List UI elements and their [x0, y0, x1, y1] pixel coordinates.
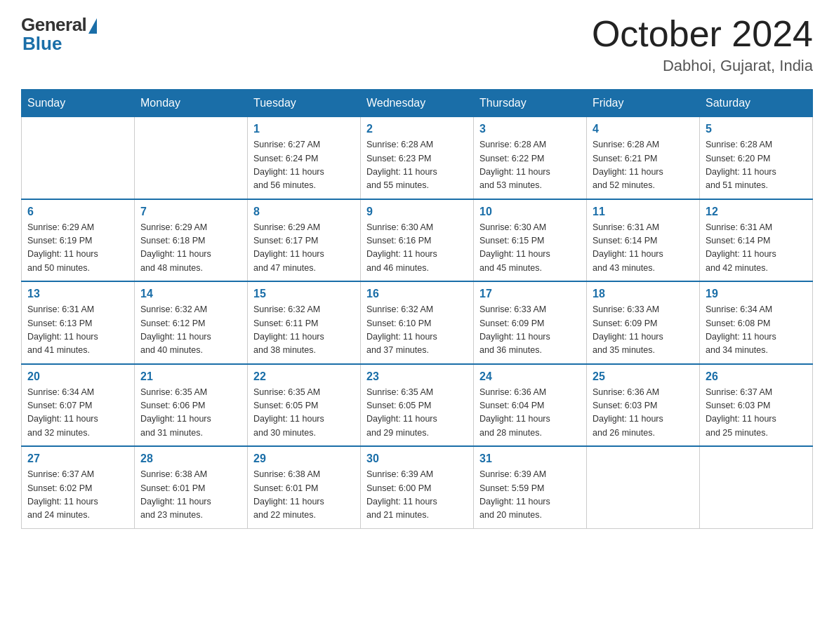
day-info: Sunrise: 6:32 AMSunset: 6:12 PMDaylight:…	[140, 303, 241, 358]
calendar-header-tuesday: Tuesday	[248, 90, 361, 117]
day-info: Sunrise: 6:28 AMSunset: 6:22 PMDaylight:…	[479, 138, 581, 193]
page-header: General Blue October 2024 Dabhoi, Gujara…	[21, 14, 813, 75]
calendar-cell: 5Sunrise: 6:28 AMSunset: 6:20 PMDaylight…	[700, 117, 813, 199]
calendar-header-saturday: Saturday	[700, 90, 813, 117]
calendar-header-thursday: Thursday	[474, 90, 587, 117]
day-number: 2	[366, 123, 468, 135]
calendar-cell: 9Sunrise: 6:30 AMSunset: 6:16 PMDaylight…	[361, 199, 474, 282]
calendar-cell: 4Sunrise: 6:28 AMSunset: 6:21 PMDaylight…	[587, 117, 700, 199]
calendar-cell: 29Sunrise: 6:38 AMSunset: 6:01 PMDayligh…	[248, 446, 361, 528]
day-number: 5	[706, 123, 807, 135]
day-info: Sunrise: 6:35 AMSunset: 6:05 PMDaylight:…	[253, 386, 355, 441]
calendar-cell: 28Sunrise: 6:38 AMSunset: 6:01 PMDayligh…	[135, 446, 248, 528]
day-info: Sunrise: 6:35 AMSunset: 6:05 PMDaylight:…	[366, 386, 468, 441]
day-info: Sunrise: 6:34 AMSunset: 6:08 PMDaylight:…	[706, 303, 807, 358]
day-number: 24	[479, 370, 581, 383]
day-info: Sunrise: 6:28 AMSunset: 6:20 PMDaylight:…	[706, 138, 807, 193]
day-number: 16	[366, 288, 468, 300]
calendar-cell: 6Sunrise: 6:29 AMSunset: 6:19 PMDaylight…	[22, 199, 135, 282]
logo: General Blue	[21, 14, 97, 55]
day-number: 3	[479, 123, 581, 135]
calendar-cell: 31Sunrise: 6:39 AMSunset: 5:59 PMDayligh…	[474, 446, 587, 528]
calendar-header-monday: Monday	[135, 90, 248, 117]
logo-blue-text: Blue	[22, 33, 62, 55]
day-number: 4	[593, 123, 694, 135]
day-number: 20	[27, 370, 128, 383]
day-info: Sunrise: 6:29 AMSunset: 6:19 PMDaylight:…	[27, 221, 128, 276]
day-number: 22	[253, 370, 355, 383]
day-info: Sunrise: 6:38 AMSunset: 6:01 PMDaylight:…	[140, 468, 241, 523]
calendar-cell: 10Sunrise: 6:30 AMSunset: 6:15 PMDayligh…	[474, 199, 587, 282]
day-number: 9	[366, 206, 468, 218]
calendar-cell: 21Sunrise: 6:35 AMSunset: 6:06 PMDayligh…	[135, 364, 248, 447]
calendar-table: SundayMondayTuesdayWednesdayThursdayFrid…	[21, 89, 813, 529]
calendar-week-row: 27Sunrise: 6:37 AMSunset: 6:02 PMDayligh…	[22, 446, 813, 528]
calendar-week-row: 20Sunrise: 6:34 AMSunset: 6:07 PMDayligh…	[22, 364, 813, 447]
day-info: Sunrise: 6:34 AMSunset: 6:07 PMDaylight:…	[27, 386, 128, 441]
day-info: Sunrise: 6:28 AMSunset: 6:23 PMDaylight:…	[366, 138, 468, 193]
day-info: Sunrise: 6:37 AMSunset: 6:03 PMDaylight:…	[706, 386, 807, 441]
calendar-week-row: 6Sunrise: 6:29 AMSunset: 6:19 PMDaylight…	[22, 199, 813, 282]
day-number: 23	[366, 370, 468, 383]
day-number: 28	[140, 452, 241, 465]
calendar-cell: 15Sunrise: 6:32 AMSunset: 6:11 PMDayligh…	[248, 281, 361, 364]
day-number: 10	[479, 206, 581, 218]
calendar-cell: 18Sunrise: 6:33 AMSunset: 6:09 PMDayligh…	[587, 281, 700, 364]
calendar-cell: 13Sunrise: 6:31 AMSunset: 6:13 PMDayligh…	[22, 281, 135, 364]
calendar-cell	[587, 446, 700, 528]
day-number: 21	[140, 370, 241, 383]
calendar-cell: 3Sunrise: 6:28 AMSunset: 6:22 PMDaylight…	[474, 117, 587, 199]
calendar-cell: 11Sunrise: 6:31 AMSunset: 6:14 PMDayligh…	[587, 199, 700, 282]
calendar-cell: 30Sunrise: 6:39 AMSunset: 6:00 PMDayligh…	[361, 446, 474, 528]
day-number: 6	[27, 206, 128, 218]
calendar-cell: 24Sunrise: 6:36 AMSunset: 6:04 PMDayligh…	[474, 364, 587, 447]
calendar-cell: 8Sunrise: 6:29 AMSunset: 6:17 PMDaylight…	[248, 199, 361, 282]
day-number: 19	[706, 288, 807, 300]
day-number: 1	[253, 123, 355, 135]
calendar-cell: 25Sunrise: 6:36 AMSunset: 6:03 PMDayligh…	[587, 364, 700, 447]
calendar-cell: 26Sunrise: 6:37 AMSunset: 6:03 PMDayligh…	[700, 364, 813, 447]
calendar-cell	[700, 446, 813, 528]
calendar-cell: 23Sunrise: 6:35 AMSunset: 6:05 PMDayligh…	[361, 364, 474, 447]
day-info: Sunrise: 6:39 AMSunset: 6:00 PMDaylight:…	[366, 468, 468, 523]
day-info: Sunrise: 6:33 AMSunset: 6:09 PMDaylight:…	[593, 303, 694, 358]
day-number: 15	[253, 288, 355, 300]
calendar-week-row: 1Sunrise: 6:27 AMSunset: 6:24 PMDaylight…	[22, 117, 813, 199]
day-info: Sunrise: 6:37 AMSunset: 6:02 PMDaylight:…	[27, 468, 128, 523]
day-info: Sunrise: 6:31 AMSunset: 6:14 PMDaylight:…	[593, 221, 694, 276]
calendar-cell: 17Sunrise: 6:33 AMSunset: 6:09 PMDayligh…	[474, 281, 587, 364]
calendar-cell: 7Sunrise: 6:29 AMSunset: 6:18 PMDaylight…	[135, 199, 248, 282]
day-number: 7	[140, 206, 241, 218]
day-info: Sunrise: 6:30 AMSunset: 6:16 PMDaylight:…	[366, 221, 468, 276]
day-number: 25	[593, 370, 694, 383]
calendar-cell: 27Sunrise: 6:37 AMSunset: 6:02 PMDayligh…	[22, 446, 135, 528]
day-number: 30	[366, 452, 468, 465]
calendar-cell: 2Sunrise: 6:28 AMSunset: 6:23 PMDaylight…	[361, 117, 474, 199]
calendar-cell: 20Sunrise: 6:34 AMSunset: 6:07 PMDayligh…	[22, 364, 135, 447]
day-info: Sunrise: 6:29 AMSunset: 6:17 PMDaylight:…	[253, 221, 355, 276]
calendar-cell: 22Sunrise: 6:35 AMSunset: 6:05 PMDayligh…	[248, 364, 361, 447]
calendar-week-row: 13Sunrise: 6:31 AMSunset: 6:13 PMDayligh…	[22, 281, 813, 364]
month-title: October 2024	[592, 14, 813, 54]
calendar-header-sunday: Sunday	[22, 90, 135, 117]
day-info: Sunrise: 6:27 AMSunset: 6:24 PMDaylight:…	[253, 138, 355, 193]
day-number: 26	[706, 370, 807, 383]
day-info: Sunrise: 6:33 AMSunset: 6:09 PMDaylight:…	[479, 303, 581, 358]
calendar-header-wednesday: Wednesday	[361, 90, 474, 117]
day-number: 11	[593, 206, 694, 218]
day-info: Sunrise: 6:30 AMSunset: 6:15 PMDaylight:…	[479, 221, 581, 276]
day-number: 18	[593, 288, 694, 300]
day-info: Sunrise: 6:32 AMSunset: 6:10 PMDaylight:…	[366, 303, 468, 358]
day-info: Sunrise: 6:28 AMSunset: 6:21 PMDaylight:…	[593, 138, 694, 193]
title-section: October 2024 Dabhoi, Gujarat, India	[592, 14, 813, 75]
day-info: Sunrise: 6:32 AMSunset: 6:11 PMDaylight:…	[253, 303, 355, 358]
calendar-header-friday: Friday	[587, 90, 700, 117]
day-info: Sunrise: 6:38 AMSunset: 6:01 PMDaylight:…	[253, 468, 355, 523]
day-info: Sunrise: 6:31 AMSunset: 6:13 PMDaylight:…	[27, 303, 128, 358]
day-info: Sunrise: 6:35 AMSunset: 6:06 PMDaylight:…	[140, 386, 241, 441]
day-info: Sunrise: 6:29 AMSunset: 6:18 PMDaylight:…	[140, 221, 241, 276]
calendar-cell: 19Sunrise: 6:34 AMSunset: 6:08 PMDayligh…	[700, 281, 813, 364]
day-number: 14	[140, 288, 241, 300]
day-info: Sunrise: 6:39 AMSunset: 5:59 PMDaylight:…	[479, 468, 581, 523]
day-number: 29	[253, 452, 355, 465]
